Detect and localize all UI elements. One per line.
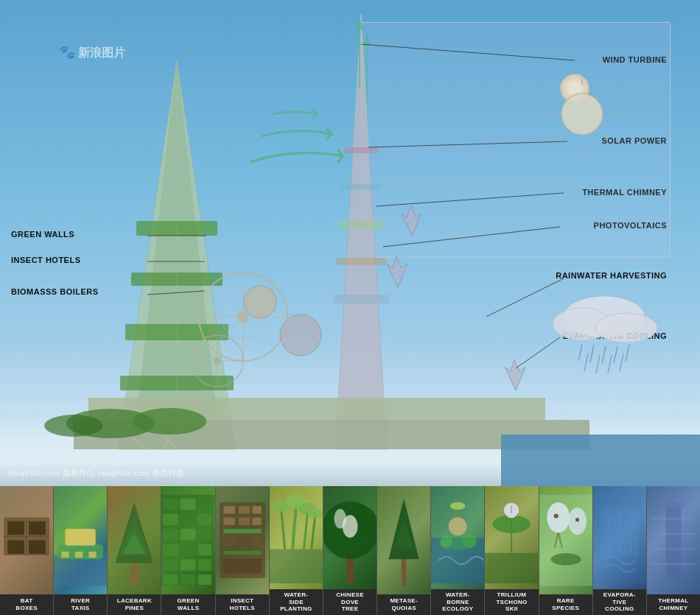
svg-rect-81 xyxy=(75,552,83,558)
svg-point-37 xyxy=(66,409,155,438)
svg-rect-97 xyxy=(164,544,179,555)
svg-line-65 xyxy=(486,278,564,317)
svg-rect-90 xyxy=(198,499,212,510)
svg-rect-113 xyxy=(223,529,262,533)
thumbnail-waterborne-ecology: WATER- BORNE ECOLOGY xyxy=(431,486,485,615)
svg-point-142 xyxy=(449,517,467,535)
thumbnail-label-thermal-chimney: THERMAL CHIMNEY xyxy=(647,594,700,615)
thumbnail-label-chinese-dove-tree: CHINESE DOVE TREE xyxy=(323,589,377,615)
svg-rect-116 xyxy=(252,537,261,546)
svg-rect-29 xyxy=(74,420,589,449)
svg-line-51 xyxy=(620,354,623,371)
svg-rect-77 xyxy=(54,555,107,586)
svg-point-27 xyxy=(244,286,276,318)
svg-point-133 xyxy=(334,509,346,529)
svg-rect-112 xyxy=(252,518,261,525)
thumbnail-label-rare-species: RARE SPECIES xyxy=(539,594,592,615)
svg-point-23 xyxy=(214,357,221,365)
svg-rect-101 xyxy=(181,559,196,570)
thumbnail-label-river-taxis: RIVER TAXIS xyxy=(54,594,107,615)
green-walls-label: GREEN WALLS xyxy=(11,230,74,239)
svg-line-20 xyxy=(212,286,274,348)
svg-point-15 xyxy=(199,273,287,361)
thumbnail-image-bat-boxes xyxy=(0,486,53,594)
svg-rect-88 xyxy=(164,499,179,510)
thumbnail-image-waterside-planting xyxy=(270,486,323,589)
thumbnail-image-river-taxis xyxy=(54,486,107,594)
svg-line-31 xyxy=(111,420,147,449)
svg-point-127 xyxy=(307,508,323,519)
svg-rect-80 xyxy=(61,552,69,558)
svg-line-123 xyxy=(311,515,315,549)
svg-line-122 xyxy=(304,511,307,549)
thumbnail-label-waterborne-ecology: WATER- BORNE ECOLOGY xyxy=(431,589,484,615)
thumbnail-label-lacebark-pines: LACEBARK PINES xyxy=(108,594,161,615)
svg-rect-117 xyxy=(223,551,262,555)
thumbnail-rare-species: RARE SPECIES xyxy=(539,486,593,615)
svg-line-19 xyxy=(212,286,274,348)
sun-circle xyxy=(560,74,589,103)
svg-rect-3 xyxy=(131,273,223,286)
svg-point-22 xyxy=(192,335,243,387)
svg-rect-72 xyxy=(29,521,46,535)
svg-rect-96 xyxy=(198,529,212,540)
svg-rect-103 xyxy=(164,574,179,585)
watermark: 🐾 新浪图片 xyxy=(59,44,125,61)
svg-rect-79 xyxy=(66,529,96,546)
thumbnail-label-trillium-tschono-skii: TRILLIUM TSCHONO SKII xyxy=(485,589,538,615)
svg-rect-73 xyxy=(7,541,24,555)
thumbnail-image-evaporative-cooling xyxy=(593,486,646,589)
svg-point-157 xyxy=(575,518,579,521)
svg-point-39 xyxy=(44,415,103,437)
svg-rect-172 xyxy=(651,563,696,565)
svg-rect-134 xyxy=(402,555,406,586)
svg-rect-166 xyxy=(666,502,682,578)
svg-point-38 xyxy=(133,408,206,435)
svg-point-28 xyxy=(280,314,321,356)
svg-rect-91 xyxy=(164,513,179,524)
svg-line-120 xyxy=(281,507,284,549)
svg-line-50 xyxy=(608,355,612,373)
rainwater-harvesting-label: RAINWATER HARVESTING xyxy=(556,271,667,280)
svg-rect-82 xyxy=(89,552,97,558)
thumbnail-image-rare-species xyxy=(539,486,592,594)
svg-rect-170 xyxy=(651,533,696,535)
thumbnail-image-metasequoias xyxy=(377,486,430,594)
svg-line-43 xyxy=(578,345,582,361)
svg-line-33 xyxy=(147,420,177,449)
thumbnail-label-metasequoias: METASE- QUOIAS xyxy=(377,594,430,615)
svg-rect-110 xyxy=(223,518,234,525)
thumbnail-image-lacebark-pines xyxy=(108,486,161,594)
svg-rect-4 xyxy=(125,324,228,340)
svg-rect-94 xyxy=(164,529,179,540)
svg-line-48 xyxy=(584,354,588,371)
svg-line-45 xyxy=(602,346,606,363)
svg-rect-169 xyxy=(651,518,696,520)
svg-rect-30 xyxy=(88,398,545,420)
svg-point-141 xyxy=(461,533,477,548)
svg-rect-114 xyxy=(223,537,234,546)
bottom-watermark: sipaphoto.com 版权作品 sipaphoto.com 请勿转载 xyxy=(7,468,184,479)
svg-rect-5 xyxy=(120,376,234,390)
thumbnail-strip: BAT BOXES RIVER TAXIS LACEBARK PINES xyxy=(0,486,700,615)
svg-rect-89 xyxy=(181,499,196,510)
svg-rect-74 xyxy=(29,541,46,555)
svg-rect-171 xyxy=(651,548,696,550)
svg-marker-0 xyxy=(118,59,236,449)
thumbnail-insect-hotels: INSECT HOTELS xyxy=(216,486,270,615)
svg-point-21 xyxy=(221,295,265,339)
svg-rect-107 xyxy=(223,506,234,513)
thumbnail-label-evaporative-cooling: EVAPORA- TIVE COOLING xyxy=(593,589,646,615)
svg-rect-108 xyxy=(239,506,250,513)
svg-rect-98 xyxy=(181,544,196,555)
svg-rect-2 xyxy=(136,221,217,236)
thumbnail-label-green-walls: GREEN WALLS xyxy=(161,594,214,615)
thumbnail-image-green-walls xyxy=(161,486,214,594)
sky-annotation-box xyxy=(361,22,671,258)
svg-rect-145 xyxy=(485,553,538,583)
thumbnail-image-chinese-dove-tree xyxy=(323,486,377,589)
svg-rect-71 xyxy=(7,521,24,535)
svg-point-140 xyxy=(441,535,452,547)
svg-rect-34 xyxy=(501,435,700,486)
thumbnail-image-waterborne-ecology xyxy=(431,486,484,589)
